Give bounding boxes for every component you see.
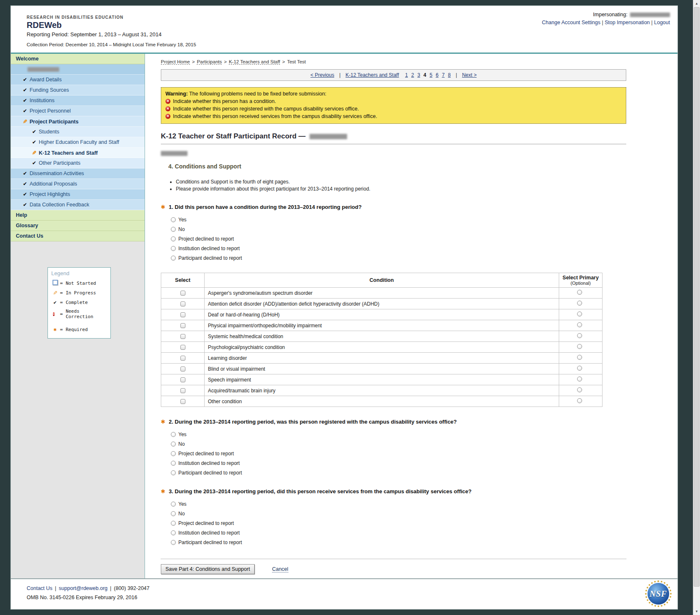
condition-checkbox[interactable] [180,334,185,339]
radio-button[interactable] [171,256,176,261]
primary-condition-radio[interactable] [577,355,582,360]
sidebar-item-other-participants[interactable]: ✔Other Participants [11,158,145,168]
primary-condition-radio[interactable] [577,290,582,295]
radio-button[interactable] [171,502,176,507]
header-link-change-account-settings[interactable]: Change Account Settings [542,20,600,25]
condition-checkbox[interactable] [180,301,185,306]
sidebar-item-award-details[interactable]: ✔Award Details [11,75,145,85]
page-link-8[interactable]: 8 [448,72,451,78]
radio-button[interactable] [171,227,176,232]
sidebar-item-higher-education-faculty-and-staff[interactable]: ✔Higher Education Faculty and Staff [11,137,145,148]
page-link-1[interactable]: 1 [405,72,408,78]
radio-option-participant-declined-to-report[interactable]: Participant declined to report [171,539,626,546]
header-link-logout[interactable]: Logout [654,20,670,25]
sidebar-item-institutions[interactable]: ✔Institutions [11,95,145,106]
next-page-link[interactable]: Next > [462,72,477,78]
primary-condition-radio[interactable] [577,311,582,316]
radio-button[interactable] [171,511,176,516]
radio-option-project-declined-to-report[interactable]: Project declined to report [171,450,626,457]
sidebar-item-k-12-teachers-and-staff[interactable]: ✎K-12 Teachers and Staff [11,148,145,158]
sidebar-item-project-highlights[interactable]: ✔Project Highlights [11,189,145,200]
sidebar-item-award-number[interactable] [11,64,145,75]
condition-checkbox[interactable] [180,366,185,372]
condition-checkbox[interactable] [180,312,185,317]
scrollbar-down-arrow-icon[interactable]: ▼ [693,608,700,615]
radio-button[interactable] [171,530,176,535]
radio-button[interactable] [171,521,176,526]
primary-condition-radio[interactable] [577,398,582,403]
page-link-6[interactable]: 6 [436,72,439,78]
error-icon: ✕ [165,106,170,111]
radio-option-project-declined-to-report[interactable]: Project declined to report [171,235,626,243]
scrollbar-thumb[interactable] [694,7,700,587]
sidebar-section-welcome[interactable]: Welcome [11,54,145,64]
sidebar-section-contact-us[interactable]: Contact Us [11,231,145,241]
sidebar-section-glossary[interactable]: Glossary [11,221,145,231]
condition-checkbox[interactable] [180,291,185,296]
sidebar-item-additional-proposals[interactable]: ✔Additional Proposals [11,179,145,189]
radio-option-institution-declined-to-report[interactable]: Institution declined to report [171,529,626,537]
primary-condition-radio[interactable] [577,322,582,327]
condition-row-other-condition: Other condition [161,396,602,407]
primary-condition-radio[interactable] [577,344,582,349]
previous-page-link[interactable]: < Previous [310,72,334,78]
save-button[interactable]: Save Part 4: Conditions and Support [161,564,255,574]
browser-scrollbar[interactable]: ▲ ▼ [693,0,700,615]
condition-checkbox[interactable] [180,323,185,328]
radio-option-no[interactable]: No [171,226,626,233]
radio-option-institution-declined-to-report[interactable]: Institution declined to report [171,459,626,467]
condition-checkbox[interactable] [180,399,185,404]
radio-button[interactable] [171,236,176,241]
primary-condition-radio[interactable] [577,387,582,392]
radio-option-yes[interactable]: Yes [171,500,626,508]
radio-button[interactable] [171,540,176,545]
condition-row-deaf-or-hard-of-hearing-d-hoh: Deaf or hard-of-hearing (D/HoH) [161,309,602,320]
radio-option-participant-declined-to-report[interactable]: Participant declined to report [171,469,626,477]
radio-label: Yes [178,500,187,508]
header-link-stop-impersonation[interactable]: Stop Impersonation [605,20,650,25]
sidebar-item-students[interactable]: ✔Students [11,127,145,137]
primary-condition-radio[interactable] [577,301,582,306]
sidebar-item-project-personnel[interactable]: ✔Project Personnel [11,106,145,116]
primary-condition-radio[interactable] [577,377,582,382]
radio-option-participant-declined-to-report[interactable]: Participant declined to report [171,254,626,262]
radio-option-no[interactable]: No [171,440,626,448]
page-link-3[interactable]: 3 [418,72,420,78]
radio-button[interactable] [171,432,176,437]
radio-option-yes[interactable]: Yes [171,431,626,438]
page-link-2[interactable]: 2 [411,72,414,78]
radio-button[interactable] [171,451,176,456]
cancel-link[interactable]: Cancel [272,566,288,572]
sidebar-item-project-participants[interactable]: ✎Project Participants [11,116,145,127]
footer-contact-link[interactable]: Contact Us [27,585,52,591]
section-pages-link[interactable]: K-12 Teachers and Staff [345,72,399,78]
sidebar-item-data-collection-feedback[interactable]: ✔Data Collection Feedback [11,200,145,210]
radio-option-yes[interactable]: Yes [171,216,626,223]
sidebar-item-funding-sources[interactable]: ✔Funding Sources [11,85,145,95]
footer-email-link[interactable]: support@rdeweb.org [59,585,108,591]
page-note: Please provide information about this pr… [176,186,626,192]
page-link-5[interactable]: 5 [430,72,432,78]
condition-checkbox[interactable] [180,377,185,382]
radio-option-no[interactable]: No [171,510,626,517]
breadcrumb-participants[interactable]: Participants [197,59,222,65]
condition-checkbox[interactable] [180,356,185,361]
radio-button[interactable] [171,470,176,475]
condition-checkbox[interactable] [180,345,185,350]
sidebar-section-help[interactable]: Help [11,210,145,221]
breadcrumb-k-12-teachers-and-staff[interactable]: K-12 Teachers and Staff [229,59,280,65]
radio-button[interactable] [171,246,176,251]
radio-option-project-declined-to-report[interactable]: Project declined to report [171,520,626,527]
radio-button[interactable] [171,442,176,447]
radio-label: Institution declined to report [178,245,240,252]
scrollbar-up-arrow-icon[interactable]: ▲ [693,0,700,7]
radio-button[interactable] [171,217,176,222]
breadcrumb-project-home[interactable]: Project Home [161,59,190,65]
radio-button[interactable] [171,461,176,466]
radio-option-institution-declined-to-report[interactable]: Institution declined to report [171,245,626,252]
primary-condition-radio[interactable] [577,333,582,338]
primary-condition-radio[interactable] [577,366,582,371]
sidebar-item-dissemination-activities[interactable]: ✔Dissemination Activities [11,168,145,179]
condition-checkbox[interactable] [180,388,185,393]
page-link-7[interactable]: 7 [442,72,445,78]
